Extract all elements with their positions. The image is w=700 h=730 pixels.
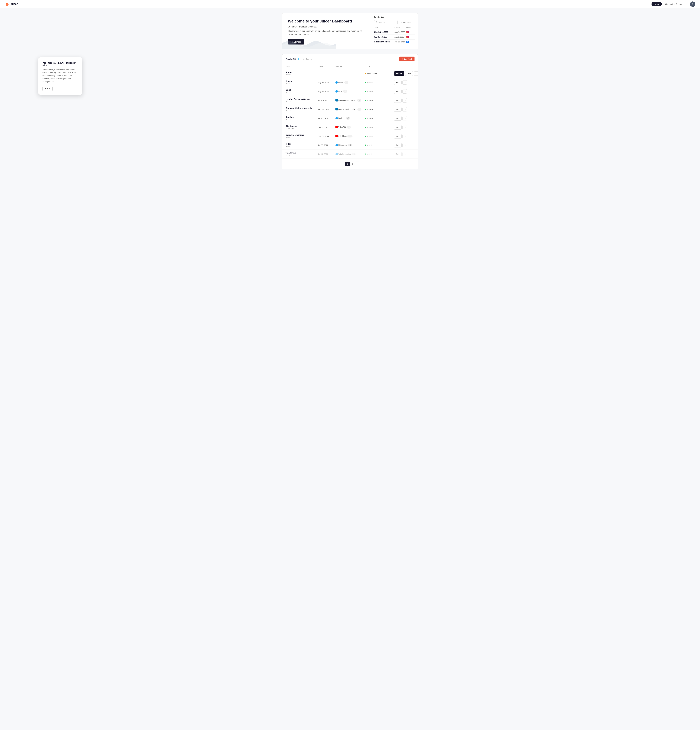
feeds-panel-search[interactable]: Search	[374, 20, 397, 24]
more-button[interactable]: ···	[402, 134, 407, 138]
more-button[interactable]: ···	[414, 72, 418, 76]
edit-button[interactable]: Edit	[394, 152, 402, 156]
col-status: Status	[365, 65, 394, 67]
feed-name: Adobe	[285, 71, 318, 73]
edit-button[interactable]: Edit	[394, 143, 402, 147]
sources-cell: TataCompanies +2	[335, 153, 365, 155]
nav-home[interactable]: Home	[652, 2, 662, 6]
table-header: Feed Created Sources Status	[282, 64, 418, 69]
feeds-list-search[interactable]: Search	[301, 57, 327, 61]
feed-theme: Modern	[285, 83, 318, 85]
mini-feed-source-2	[406, 36, 415, 38]
edit-button[interactable]: Edit	[394, 116, 402, 121]
edit-button[interactable]: Edit	[394, 107, 402, 112]
edit-button[interactable]: Edit	[394, 134, 402, 139]
more-button[interactable]: ···	[402, 116, 407, 120]
status-cell: Installed	[365, 81, 394, 83]
feed-date: Jul 11, 2022	[318, 153, 335, 155]
twitter-icon	[335, 117, 338, 120]
welcome-banner: Welcome to your Juicer Dashboard Customi…	[282, 13, 418, 50]
filter-button[interactable]: Most recent ▾	[399, 20, 415, 24]
more-button[interactable]: ···	[402, 107, 407, 111]
table-row: Adobe Modern Not installed Embed Edit ··…	[282, 69, 418, 78]
source-text: nasa	[338, 91, 342, 92]
table-row: Mars, Incorporated Slider Sep 26, 2022 t…	[282, 132, 418, 141]
nav-connected-accounts[interactable]: Connected Accounts	[663, 2, 687, 6]
status-dot-installed	[365, 100, 366, 101]
filter-label: Most recent	[403, 21, 412, 23]
feed-name: Tata Group	[285, 152, 318, 154]
feed-info: London Business School Modern	[285, 98, 318, 103]
more-button[interactable]: ···	[402, 80, 407, 85]
welcome-title: Welcome to your Juicer Dashboard	[288, 19, 365, 23]
wave-decoration	[282, 38, 336, 49]
status-text: Installed	[367, 81, 374, 83]
twitter-icon	[335, 144, 338, 146]
source-text: TataCompanies	[338, 153, 351, 155]
status-text: Not installed	[367, 72, 377, 74]
feed-date: Oct 15, 2022	[318, 126, 335, 128]
mini-feed-row-1[interactable]: CharityGala2023 Aug 14, 2023	[374, 30, 415, 35]
status-text: Installed	[367, 153, 374, 155]
pagination-prev[interactable]: ‹	[340, 162, 345, 166]
status-cell: Installed	[365, 126, 394, 128]
nav-links: Home Connected Accounts	[652, 2, 687, 6]
filter-icon	[400, 22, 402, 23]
edit-button[interactable]: Edit	[394, 125, 402, 130]
pagination-page-2[interactable]: 2	[350, 162, 355, 166]
navbar: juicer Home Connected Accounts J	[0, 0, 700, 8]
feeds-panel: Feeds (84) Search Most recent ▾ Feed Cre…	[371, 13, 418, 49]
got-it-button[interactable]: Got it	[42, 86, 53, 91]
table-row: London Business School Modern Jul 8, 202…	[282, 96, 418, 105]
feed-name: Disney	[285, 80, 318, 82]
table-row: Disney Modern Aug 27, 2023 disney +1 Ins…	[282, 78, 418, 87]
status-dot-installed	[365, 145, 366, 146]
edit-button[interactable]: Edit	[394, 89, 402, 94]
chevron-down-icon: ▾	[413, 21, 414, 23]
source-tag: TataCompanies	[335, 153, 351, 155]
avatar[interactable]: J	[690, 1, 695, 7]
sources-cell: kaufland +2	[335, 117, 365, 120]
feed-theme: Pinned	[285, 154, 318, 156]
feed-date: Aug 27, 2023	[318, 81, 335, 83]
svg-line-3	[377, 23, 378, 23]
source-text: TvbOT99	[338, 126, 346, 128]
tooltip-popup: Your feeds are now organized in a list E…	[38, 57, 82, 95]
feeds-list-section: Feeds (15) Search + New feed Feed Create…	[282, 54, 418, 169]
status-cell: Installed	[365, 117, 394, 120]
edit-button[interactable]: Edit	[394, 80, 402, 85]
mini-feed-source-3: f	[406, 41, 415, 43]
actions-cell: Edit ···	[394, 152, 415, 156]
mini-feed-row-2[interactable]: TechTalkSeries Aug 8, 2023	[374, 35, 415, 39]
logo-text: juicer	[10, 3, 18, 6]
feed-name: Mars, Incorporated	[285, 134, 318, 136]
table-row: Kaufland Modern Jan 6, 2023 kaufland +2 …	[282, 114, 418, 123]
mini-feed-row-3[interactable]: GlobalConferences Jun 18, 2023 f	[374, 39, 415, 44]
status-dot-installed	[365, 127, 366, 128]
more-button[interactable]: ···	[402, 143, 407, 147]
feed-theme: Modern	[285, 118, 318, 121]
edit-button[interactable]: Edit	[394, 98, 402, 103]
plus-tag: +2	[348, 144, 352, 146]
new-feed-button[interactable]: + New feed	[399, 57, 415, 61]
edit-button[interactable]: Edit	[405, 71, 413, 76]
source-tag: kaufland	[335, 117, 345, 120]
logo[interactable]: juicer	[5, 2, 18, 6]
plus-tag: +2	[346, 117, 350, 120]
status-dot-installed	[365, 153, 366, 155]
feed-date: Jan 6, 2023	[318, 117, 335, 120]
pagination-next[interactable]: ›	[355, 162, 360, 166]
more-button[interactable]: ···	[402, 89, 407, 93]
col-sources: Sources	[335, 65, 365, 67]
status-cell: Installed	[365, 99, 394, 102]
sources-cell: london-business-sch… +2	[335, 99, 365, 102]
pagination-page-1[interactable]: 1	[345, 162, 350, 166]
more-button[interactable]: ···	[402, 125, 407, 129]
more-button[interactable]: ···	[402, 152, 407, 156]
embed-button[interactable]: Embed	[394, 72, 404, 76]
feed-name: Kaufland	[285, 116, 318, 118]
actions-cell: Edit ···	[394, 89, 415, 94]
more-button[interactable]: ···	[402, 98, 407, 102]
sources-cell: disney +1	[335, 81, 365, 84]
feed-theme: Modern	[285, 74, 318, 76]
